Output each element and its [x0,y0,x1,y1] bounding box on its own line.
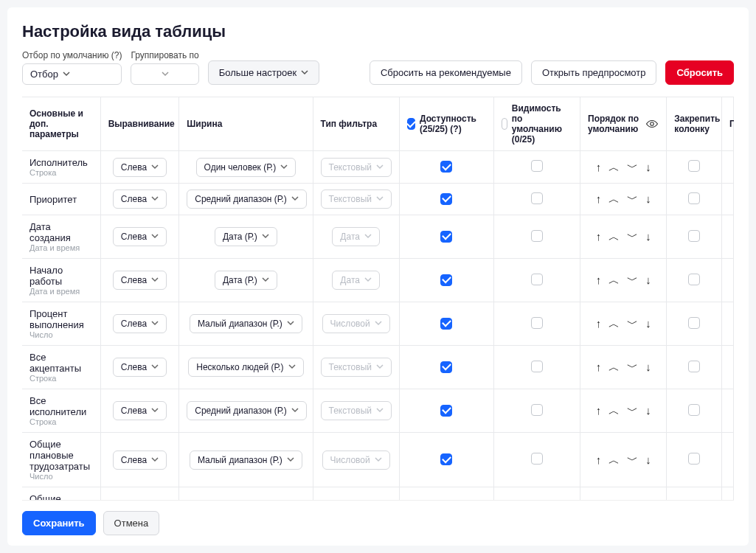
chevron-down-icon [280,162,288,173]
filter-dropdown[interactable]: Числовой [322,451,390,470]
width-dropdown[interactable]: Средний диапазон (Р.) [187,189,307,209]
align-dropdown[interactable]: Слева [113,271,167,290]
arrow-bottom-icon[interactable]: ↓ [645,231,651,242]
width-dropdown[interactable]: Малый диапазон (Р.) [190,314,302,333]
header-visibility: Видимость по умолчанию (0/25) [494,97,580,151]
width-dropdown[interactable]: Малый диапазон (Р.) [190,451,302,470]
availability-checkbox[interactable] [440,405,452,417]
param-name: Все исполнители [30,395,93,417]
filter-dropdown[interactable]: Дата [332,271,380,290]
align-dropdown[interactable]: Слева [113,358,167,377]
arrow-bottom-icon[interactable]: ↓ [645,274,651,285]
pin-checkbox[interactable] [688,317,700,329]
arrow-down-icon[interactable]: ﹀ [627,361,638,372]
visibility-checkbox[interactable] [531,192,543,204]
filter-dropdown[interactable]: Дата [332,227,380,246]
width-dropdown[interactable]: Несколько людей (Р.) [188,358,303,377]
visibility-checkbox[interactable] [531,404,543,416]
align-dropdown[interactable]: Слева [113,451,167,470]
arrow-up-icon[interactable]: ︿ [608,231,620,242]
arrow-bottom-icon[interactable]: ↓ [645,405,651,416]
pin-checkbox[interactable] [688,230,700,242]
visibility-checkbox[interactable] [531,230,543,242]
visibility-checkbox[interactable] [531,453,543,465]
align-dropdown[interactable]: Слева [113,314,167,333]
pin-checkbox[interactable] [688,274,700,285]
arrow-down-icon[interactable]: ﹀ [627,231,638,242]
arrow-top-icon[interactable]: ↑ [596,318,602,329]
availability-checkbox[interactable] [440,453,452,465]
visibility-checkbox[interactable] [531,274,543,285]
arrow-bottom-icon[interactable]: ↓ [645,318,651,329]
pin-cell [667,259,722,302]
align-dropdown[interactable]: Слева [113,158,167,177]
arrow-top-icon[interactable]: ↑ [596,361,602,372]
reset-recommended-button[interactable]: Сбросить на рекомендуемые [370,60,522,85]
arrow-down-icon[interactable]: ﹀ [627,161,638,173]
filter-dropdown[interactable]: Текстовый [321,158,392,177]
save-button[interactable]: Сохранить [22,511,96,535]
pin-checkbox[interactable] [688,192,700,204]
arrow-down-icon[interactable]: ﹀ [627,274,638,285]
arrow-top-icon[interactable]: ↑ [596,274,602,285]
open-preview-button[interactable]: Открыть предпросмотр [531,60,657,85]
arrow-up-icon[interactable]: ︿ [608,361,620,372]
availability-checkbox[interactable] [440,193,452,205]
arrow-bottom-icon[interactable]: ↓ [645,454,651,465]
arrow-up-icon[interactable]: ︿ [608,161,620,173]
availability-checkbox[interactable] [440,274,452,286]
width-dropdown[interactable]: Средний диапазон (Р.) [187,401,307,420]
order-arrows: ↑︿﹀↓ [596,405,651,416]
visibility-master-checkbox[interactable] [502,118,507,130]
more-settings-button[interactable]: Больше настроек [208,60,319,85]
chevron-down-icon [262,232,269,242]
default-filter-dropdown[interactable]: Отбор [22,63,122,85]
filter-dropdown[interactable]: Текстовый [321,189,392,209]
chevron-down-icon [151,406,159,416]
width-dropdown[interactable]: Один человек (Р.) [196,158,296,177]
arrow-top-icon[interactable]: ↑ [596,454,602,465]
chevron-down-icon [376,362,384,372]
visibility-checkbox[interactable] [531,160,543,172]
pin-checkbox[interactable] [688,404,700,416]
pin-checkbox[interactable] [688,160,700,172]
cancel-button[interactable]: Отмена [103,511,160,535]
availability-checkbox[interactable] [440,318,452,330]
arrow-top-icon[interactable]: ↑ [596,161,602,173]
availability-checkbox[interactable] [440,161,452,173]
visibility-checkbox[interactable] [531,361,543,372]
arrow-up-icon[interactable]: ︿ [608,318,620,329]
reset-button[interactable]: Сбросить [665,60,734,85]
arrow-down-icon[interactable]: ﹀ [627,454,638,465]
arrow-down-icon[interactable]: ﹀ [627,318,638,329]
arrow-bottom-icon[interactable]: ↓ [645,361,651,372]
availability-master-checkbox[interactable] [407,118,415,130]
width-dropdown[interactable]: Дата (Р.) [215,271,277,290]
filter-dropdown[interactable]: Текстовый [321,358,392,377]
arrow-bottom-icon[interactable]: ↓ [645,161,651,173]
width-dropdown[interactable]: Дата (Р.) [215,227,277,246]
group-by-dropdown[interactable] [131,63,198,85]
chevron-down-icon [63,69,70,80]
arrow-top-icon[interactable]: ↑ [596,405,602,416]
arrow-bottom-icon[interactable]: ↓ [645,193,651,204]
arrow-up-icon[interactable]: ︿ [608,405,620,416]
availability-checkbox[interactable] [440,231,452,243]
filter-dropdown[interactable]: Числовой [322,314,390,333]
visibility-checkbox[interactable] [531,317,543,329]
align-dropdown[interactable]: Слева [113,189,167,209]
arrow-up-icon[interactable]: ︿ [608,454,620,465]
arrow-up-icon[interactable]: ︿ [608,193,620,204]
filter-dropdown[interactable]: Текстовый [321,401,392,420]
align-dropdown[interactable]: Слева [113,227,167,246]
arrow-up-icon[interactable]: ︿ [608,274,620,285]
align-dropdown[interactable]: Слева [113,401,167,420]
align-cell: Слева [101,215,180,259]
arrow-down-icon[interactable]: ﹀ [627,405,638,416]
arrow-top-icon[interactable]: ↑ [596,231,602,242]
arrow-down-icon[interactable]: ﹀ [627,193,638,204]
availability-checkbox[interactable] [440,361,452,373]
pin-checkbox[interactable] [688,361,700,372]
pin-checkbox[interactable] [688,453,700,465]
arrow-top-icon[interactable]: ↑ [596,193,602,204]
